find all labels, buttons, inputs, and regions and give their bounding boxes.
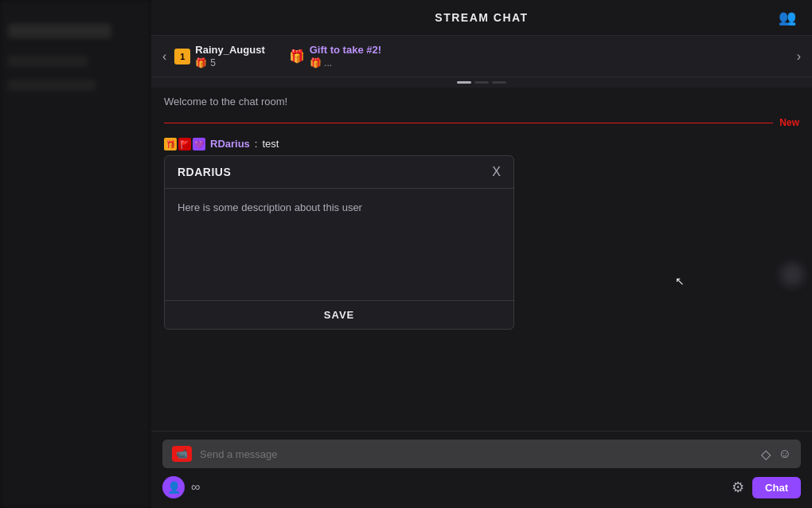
chat-header: STREAM CHAT 👥 — [151, 0, 812, 36]
gift-dots-icon: 🎁 — [310, 57, 322, 68]
gift-item-2: 🎁 Gift to take #2! 🎁 ... — [289, 44, 381, 68]
progress-dot-2 — [474, 81, 489, 84]
diamond-icon-button[interactable]: ◇ — [761, 447, 771, 462]
message-input-wrapper: 📹 ◇ ☺ — [162, 440, 801, 468]
badge-subscriber: 💜 — [193, 138, 205, 150]
user-avatar[interactable]: 👤 — [162, 476, 185, 498]
toolbar-right: ⚙ Chat — [732, 477, 801, 498]
chat-toolbar: 👤 ∞ ⚙ Chat — [162, 476, 801, 502]
manage-users-icon[interactable]: 👥 — [779, 9, 796, 26]
glow-decoration — [780, 263, 804, 287]
progress-dots — [151, 77, 812, 88]
badge-flag: 🚩 — [178, 138, 191, 150]
gift-icon-2: 🎁 — [289, 49, 305, 64]
badge-gift: 🎁 — [164, 138, 177, 150]
new-label: New — [779, 117, 799, 128]
message-username[interactable]: RDarius — [210, 138, 250, 150]
chat-input-area: 📹 ◇ ☺ 👤 ∞ ⚙ Chat — [151, 431, 812, 508]
input-icons: ◇ ☺ — [761, 447, 791, 462]
gift-count-1: 🎁 5 — [195, 57, 264, 68]
rank-number: 1 — [180, 52, 185, 61]
gift-icon-1: 🎁 — [195, 57, 207, 68]
chat-messages: Welcome to the chat room! New 🎁 🚩 💜 RDar… — [151, 88, 812, 431]
new-divider-line — [164, 123, 773, 123]
gift-banner-content: 1 Rainy_August 🎁 5 🎁 Gift to take #2! — [174, 44, 788, 68]
user-popup-footer: SAVE — [165, 300, 513, 329]
user-popup-description: Here is some description about this user — [178, 200, 501, 216]
settings-button[interactable]: ⚙ — [732, 479, 744, 496]
chat-title: STREAM CHAT — [435, 11, 528, 24]
message-badges: 🎁 🚩 💜 — [164, 138, 205, 150]
new-messages-divider: New — [164, 117, 799, 128]
user-popup-header: RDARIUS X — [165, 156, 513, 189]
save-notes-button[interactable]: SAVE — [324, 309, 354, 321]
gift-dots-2: 🎁 ... — [310, 57, 381, 68]
gift-name-2[interactable]: Gift to take #2! — [310, 44, 381, 56]
message-colon: : — [255, 138, 258, 150]
chat-panel: STREAM CHAT 👥 ‹ 1 Rainy_August 🎁 5 — [151, 0, 812, 508]
progress-dot-1 — [457, 81, 471, 84]
emoji-icon-button[interactable]: ☺ — [779, 447, 791, 461]
camera-icon: 📹 — [176, 448, 188, 459]
camera-icon-wrapper: 📹 — [172, 446, 192, 462]
gift-user-1: 1 Rainy_August 🎁 5 — [174, 44, 264, 68]
toolbar-left: 👤 ∞ — [162, 476, 200, 498]
user-popup-close-button[interactable]: X — [492, 166, 501, 178]
progress-dot-3 — [492, 81, 506, 84]
infinity-symbol: ∞ — [191, 480, 200, 494]
gift-banner-next-button[interactable]: › — [797, 49, 801, 64]
gift-rank-badge: 1 — [174, 49, 190, 64]
message-text: test — [262, 138, 279, 150]
message-input[interactable] — [200, 448, 753, 460]
gift-number-1: 5 — [210, 57, 216, 68]
user-popup-username: RDARIUS — [178, 166, 231, 178]
gift-banner-prev-button[interactable]: ‹ — [162, 49, 166, 64]
gift-banner: ‹ 1 Rainy_August 🎁 5 🎁 — [151, 36, 812, 77]
left-sidebar — [0, 0, 151, 508]
user-popup-body: Here is some description about this user — [165, 189, 513, 300]
chat-message-1: 🎁 🚩 💜 RDarius : test — [164, 138, 799, 150]
user-popup-card: RDARIUS X Here is some description about… — [164, 155, 514, 330]
gift-dots-text: ... — [324, 57, 332, 68]
welcome-message: Welcome to the chat room! — [164, 96, 799, 107]
chat-button[interactable]: Chat — [752, 477, 801, 498]
gift-username-1[interactable]: Rainy_August — [195, 44, 264, 56]
avatar-icon: 👤 — [167, 481, 181, 494]
